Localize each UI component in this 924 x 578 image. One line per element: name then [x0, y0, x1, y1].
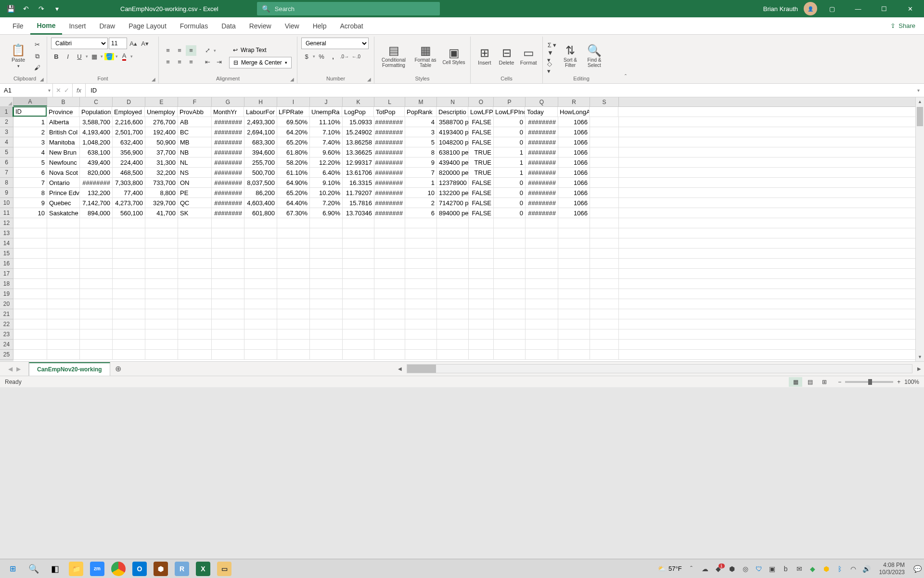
tab-file[interactable]: File — [6, 17, 30, 35]
cell[interactable]: 7.40% — [310, 137, 343, 147]
hscroll-left-icon[interactable]: ◀ — [395, 362, 405, 376]
font-name-select[interactable]: Calibri — [51, 38, 108, 49]
cell[interactable]: 61.10% — [277, 168, 310, 177]
cell[interactable]: LowLFPInc — [493, 107, 525, 117]
row-header[interactable]: 24 — [0, 340, 13, 350]
cell[interactable]: 132200 pe — [437, 188, 469, 197]
cell[interactable]: UnempRa — [309, 107, 342, 117]
cell[interactable]: 2 — [405, 198, 437, 208]
active-cell[interactable]: ID — [13, 107, 47, 117]
cell[interactable]: 1066 — [558, 117, 590, 127]
column-header[interactable]: N — [437, 97, 469, 106]
cell[interactable] — [113, 329, 145, 339]
cell[interactable]: SK — [178, 208, 212, 218]
cell[interactable] — [212, 309, 244, 319]
cell[interactable] — [343, 238, 374, 248]
cell[interactable]: 1066 — [558, 137, 590, 147]
cell[interactable] — [310, 238, 343, 248]
cell[interactable] — [405, 299, 437, 309]
chevron-down-icon[interactable]: ▾ — [116, 54, 118, 59]
cell[interactable] — [47, 299, 80, 309]
cell[interactable]: 1066 — [558, 208, 590, 218]
cell[interactable] — [374, 319, 405, 329]
cell[interactable] — [469, 319, 494, 329]
cell[interactable] — [13, 269, 47, 278]
cell[interactable] — [212, 218, 244, 228]
border-icon[interactable]: ▦ — [89, 51, 100, 62]
undo-icon[interactable]: ↶ — [20, 3, 32, 14]
cell[interactable] — [590, 188, 619, 197]
cell[interactable]: 65.20% — [277, 188, 310, 197]
maximize-button[interactable]: ☐ — [873, 0, 895, 17]
cell[interactable] — [374, 289, 405, 299]
cell[interactable]: LowLFP — [468, 107, 493, 117]
cell[interactable] — [13, 228, 47, 238]
cell[interactable] — [558, 269, 590, 278]
cell[interactable] — [590, 198, 619, 208]
cell[interactable] — [80, 269, 113, 278]
cell[interactable]: FALSE — [469, 127, 494, 137]
currency-icon[interactable]: $ — [301, 51, 312, 62]
cell[interactable]: 638100 pe — [437, 147, 469, 157]
cell[interactable] — [277, 279, 310, 289]
align-top-icon[interactable]: ≡ — [163, 45, 173, 56]
cell[interactable] — [374, 350, 405, 359]
tray-app-icon[interactable]: ◆ — [808, 565, 818, 573]
cell[interactable]: ######## — [374, 137, 405, 147]
name-box[interactable]: A1 ▾ — [0, 84, 53, 97]
cell[interactable]: Province — [47, 107, 79, 117]
cell[interactable] — [437, 259, 469, 268]
column-header[interactable]: S — [590, 97, 619, 106]
cell[interactable] — [343, 259, 374, 268]
cell[interactable]: Unemploy — [145, 107, 178, 117]
cell[interactable] — [212, 259, 244, 268]
redo-icon[interactable]: ↷ — [36, 3, 47, 14]
cell[interactable] — [178, 279, 212, 289]
cell[interactable] — [374, 329, 405, 339]
cell[interactable]: ######## — [212, 117, 244, 127]
cell[interactable] — [310, 279, 343, 289]
close-button[interactable]: ✕ — [899, 0, 921, 17]
cell[interactable] — [526, 249, 558, 258]
file-explorer-icon[interactable]: 📁 — [65, 559, 87, 578]
cell[interactable]: ######## — [526, 158, 558, 167]
dialog-launcher-icon[interactable]: ◢ — [40, 77, 44, 82]
cell[interactable]: MonthYr — [211, 107, 244, 117]
cell[interactable] — [494, 340, 526, 349]
app-icon[interactable]: ⬢ — [150, 559, 171, 578]
cell[interactable] — [113, 299, 145, 309]
cell[interactable] — [494, 299, 526, 309]
cell[interactable]: ######## — [212, 178, 244, 187]
percent-icon[interactable]: % — [316, 51, 327, 62]
cell[interactable]: 894,000 — [80, 208, 113, 218]
scroll-thumb[interactable] — [917, 107, 923, 126]
cell[interactable] — [558, 309, 590, 319]
fx-icon[interactable]: fx — [73, 84, 86, 97]
cell[interactable] — [47, 238, 80, 248]
cell[interactable] — [80, 329, 113, 339]
expand-formula-bar-icon[interactable]: ▾ — [912, 84, 924, 97]
zoom-out-icon[interactable]: − — [838, 379, 841, 385]
cell[interactable]: 4193400 p — [437, 127, 469, 137]
cell[interactable] — [494, 218, 526, 228]
cell[interactable] — [405, 279, 437, 289]
cell[interactable] — [13, 329, 47, 339]
page-layout-view-icon[interactable]: ▤ — [803, 377, 817, 387]
cell[interactable] — [178, 218, 212, 228]
fill-color-icon[interactable]: 🪣 — [104, 51, 115, 62]
cell[interactable]: 11.10% — [310, 117, 343, 127]
cell[interactable]: 1 — [494, 168, 526, 177]
weather-widget[interactable]: ⛅ 57°F — [653, 565, 687, 572]
cell[interactable] — [437, 350, 469, 359]
row-header[interactable]: 20 — [0, 299, 13, 309]
cell[interactable]: 50,900 — [145, 137, 178, 147]
cell[interactable]: FALSE — [469, 178, 494, 187]
cell[interactable] — [178, 299, 212, 309]
hscroll-right-icon[interactable]: ▶ — [914, 362, 924, 376]
zoom-thumb[interactable] — [868, 379, 872, 385]
zoom-slider[interactable] — [845, 381, 893, 383]
cell[interactable] — [526, 329, 558, 339]
tab-page-layout[interactable]: Page Layout — [122, 17, 173, 35]
cell[interactable] — [374, 228, 405, 238]
cell[interactable]: ######## — [526, 208, 558, 218]
